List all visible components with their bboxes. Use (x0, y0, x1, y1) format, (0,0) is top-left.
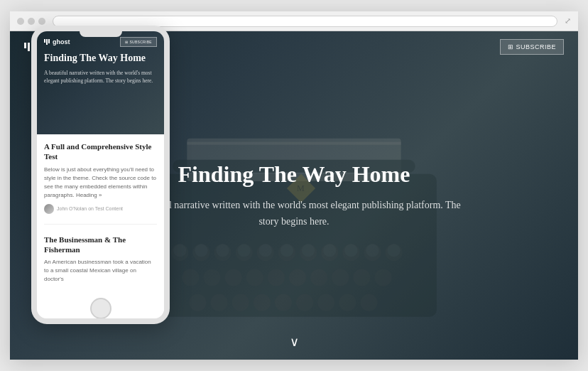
phone-ghost-bar-3 (48, 39, 50, 43)
svg-point-30 (360, 294, 377, 311)
phone-logo-text: ghost (53, 38, 70, 45)
phone-home-button[interactable] (90, 298, 111, 319)
phone-mockup: ghost ⊞ SUBSCRIBE Finding The Way Home A… (31, 26, 170, 324)
phone-article-1-meta: John O'Nolan on Test Content (44, 204, 157, 214)
phone-hero-title: Finding The Way Home (44, 53, 157, 65)
svg-point-32 (195, 244, 207, 257)
phone-article-2[interactable]: The Businessman & The Fisherman An Ameri… (44, 235, 157, 299)
svg-point-31 (173, 244, 186, 257)
phone-article-1-excerpt: Below is just about everything you'll ne… (44, 166, 157, 200)
svg-point-38 (323, 244, 336, 257)
svg-point-20 (353, 269, 370, 286)
svg-point-18 (310, 269, 327, 286)
svg-point-41 (388, 244, 401, 257)
browser-expand-icon[interactable]: ⤢ (565, 16, 571, 26)
svg-point-24 (232, 294, 249, 311)
phone-article-2-title: The Businessman & The Fisherman (44, 235, 157, 255)
svg-point-28 (317, 294, 334, 311)
phone-articles-list: A Full and Comprehensive Style Test Belo… (37, 134, 164, 318)
svg-point-21 (374, 269, 391, 286)
browser-dot-yellow (28, 18, 35, 25)
phone-article-1-title: A Full and Comprehensive Style Test (44, 141, 157, 162)
svg-point-33 (217, 244, 229, 257)
svg-point-13 (203, 269, 220, 286)
svg-point-23 (210, 294, 227, 311)
desktop-subscribe-button[interactable]: ⊞ SUBSCRIBE (500, 39, 564, 55)
svg-point-22 (189, 294, 206, 311)
svg-point-35 (259, 244, 272, 257)
desktop-hero-subtitle: A beautiful narrative written with the w… (124, 198, 464, 230)
svg-point-34 (238, 244, 251, 257)
svg-point-16 (268, 269, 285, 286)
phone-ghost-bar-2 (46, 39, 48, 45)
browser-dot-red (17, 18, 24, 25)
svg-point-15 (246, 269, 263, 286)
phone-nav: ghost ⊞ SUBSCRIBE (44, 37, 157, 47)
svg-point-12 (182, 269, 199, 286)
phone-ghost-bar-1 (44, 39, 45, 43)
phone-article-1[interactable]: A Full and Comprehensive Style Test Belo… (44, 141, 157, 225)
ghost-bar-2 (28, 43, 30, 51)
svg-point-27 (296, 294, 313, 311)
svg-point-40 (366, 244, 379, 257)
browser-dot-green (38, 18, 45, 25)
phone-notch (80, 31, 122, 37)
svg-point-39 (344, 244, 357, 257)
phone-hero-subtitle: A beautiful narrative written with the w… (44, 69, 157, 85)
svg-point-25 (254, 294, 271, 311)
phone-subscribe-button[interactable]: ⊞ SUBSCRIBE (120, 37, 157, 47)
phone-ghost-icon (44, 39, 50, 45)
ghost-bar-1 (24, 43, 26, 48)
desktop-hero-content: Finding The Way Home A beautiful narrati… (124, 161, 464, 230)
svg-point-37 (302, 244, 315, 257)
svg-point-36 (281, 244, 293, 257)
desktop-hero-title: Finding The Way Home (124, 161, 464, 188)
svg-point-26 (275, 294, 292, 311)
browser-dots (17, 18, 45, 25)
svg-rect-43 (187, 142, 401, 145)
phone-article-1-meta-text: John O'Nolan on Test Content (57, 206, 123, 211)
phone-avatar-image (44, 204, 54, 214)
phone-hero: ghost ⊞ SUBSCRIBE Finding The Way Home A… (37, 31, 164, 134)
svg-point-17 (289, 269, 306, 286)
desktop-scroll-arrow[interactable]: ∨ (290, 334, 299, 350)
svg-point-19 (332, 269, 349, 286)
svg-point-29 (339, 294, 356, 311)
outer-container: ⤢ (10, 11, 578, 360)
svg-point-14 (225, 269, 242, 286)
phone-article-2-excerpt: An American businessman took a vacation … (44, 258, 157, 284)
phone-content: ghost ⊞ SUBSCRIBE Finding The Way Home A… (37, 31, 164, 318)
phone-article-1-avatar (44, 204, 54, 214)
phone-logo[interactable]: ghost (44, 38, 70, 45)
